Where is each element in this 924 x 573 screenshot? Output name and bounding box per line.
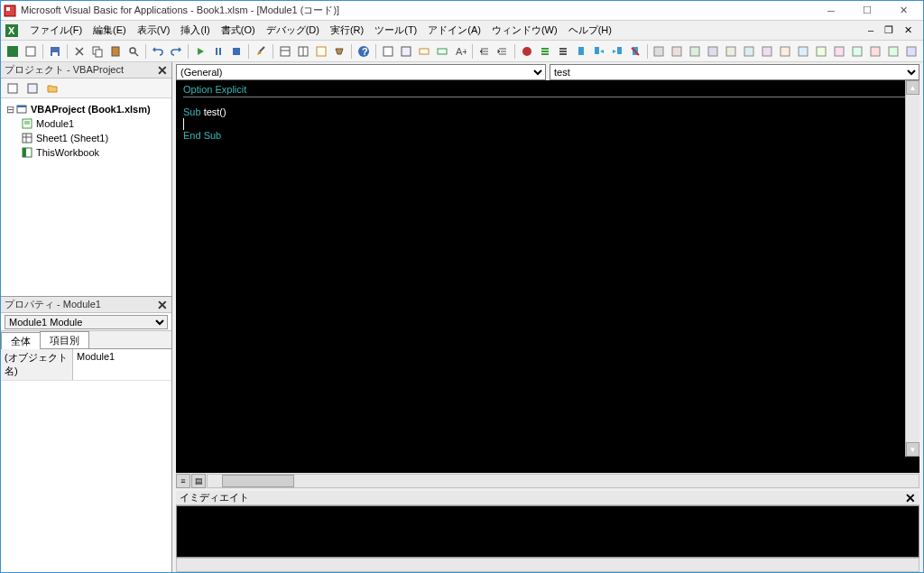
properties-grid[interactable]: (オブジェクト名) Module1	[1, 349, 171, 572]
svg-rect-24	[383, 47, 393, 56]
child-restore-button[interactable]: ❐	[881, 24, 897, 36]
properties-object-select[interactable]: Module1 Module	[1, 313, 171, 331]
tb-extra-11-icon[interactable]	[831, 43, 847, 60]
object-dropdown[interactable]: (General)	[176, 64, 546, 80]
tb-extra-15-icon[interactable]	[903, 43, 919, 60]
immediate-horizontal-scrollbar[interactable]	[176, 558, 919, 572]
tb-extra-8-icon[interactable]	[777, 43, 793, 60]
code-horizontal-scrollbar[interactable]	[207, 474, 919, 488]
run-icon[interactable]	[192, 43, 208, 60]
child-close-button[interactable]: ✕	[901, 24, 916, 36]
tb-extra-1-icon[interactable]	[651, 43, 668, 60]
code-editor[interactable]: Option Explicit Sub test() End Sub ▲ ▼	[176, 80, 919, 473]
save-icon[interactable]	[47, 43, 63, 60]
tree-module1[interactable]: Module1	[5, 116, 168, 131]
cut-icon[interactable]	[71, 43, 88, 60]
redo-icon[interactable]	[168, 43, 184, 60]
list-constants-icon[interactable]	[398, 43, 414, 60]
close-button[interactable]: ✕	[885, 2, 921, 20]
menu-view[interactable]: 表示(V)	[132, 22, 176, 39]
uncomment-icon[interactable]	[555, 43, 571, 60]
menu-addins[interactable]: アドイン(A)	[422, 22, 486, 39]
tab-categorized[interactable]: 項目別	[40, 331, 89, 348]
clear-bookmarks-icon[interactable]	[627, 43, 643, 60]
child-window-controls: – ❐ ✕	[864, 24, 919, 36]
view-excel-icon[interactable]	[5, 43, 21, 60]
tb-extra-7-icon[interactable]	[759, 43, 775, 60]
break-icon[interactable]	[210, 43, 226, 60]
next-bookmark-icon[interactable]	[591, 43, 607, 60]
bookmark-icon[interactable]	[573, 43, 589, 60]
tab-all[interactable]: 全体	[1, 332, 41, 349]
menu-tools[interactable]: ツール(T)	[369, 22, 422, 39]
tb-extra-12-icon[interactable]	[849, 43, 865, 60]
tb-extra-4-icon[interactable]	[705, 43, 721, 60]
copy-icon[interactable]	[89, 43, 106, 60]
tb-extra-6-icon[interactable]	[741, 43, 757, 60]
reset-icon[interactable]	[228, 43, 245, 60]
immediate-close-icon[interactable]: ✕	[905, 491, 916, 505]
collapse-icon[interactable]: ⊟	[5, 104, 15, 116]
tree-root[interactable]: ⊟ VBAProject (Book1.xlsm)	[5, 102, 168, 116]
breakpoint-icon[interactable]	[519, 43, 535, 60]
tb-extra-10-icon[interactable]	[813, 43, 829, 60]
help-icon[interactable]: ?	[356, 43, 372, 60]
maximize-button[interactable]: ☐	[849, 2, 885, 20]
immediate-window[interactable]	[176, 505, 919, 558]
complete-word-icon[interactable]: A+	[452, 43, 468, 60]
scroll-up-icon[interactable]: ▲	[906, 80, 919, 95]
menu-edit[interactable]: 編集(E)	[88, 22, 132, 39]
tb-extra-2-icon[interactable]	[669, 43, 685, 60]
tb-extra-13-icon[interactable]	[867, 43, 883, 60]
project-tree[interactable]: ⊟ VBAProject (Book1.xlsm) Module1 Sheet1…	[1, 98, 171, 297]
property-value[interactable]: Module1	[73, 349, 171, 380]
quick-info-icon[interactable]	[416, 43, 432, 60]
scroll-down-icon[interactable]: ▼	[906, 442, 919, 457]
tb-extra-5-icon[interactable]	[723, 43, 739, 60]
comment-icon[interactable]	[537, 43, 553, 60]
find-icon[interactable]	[125, 43, 142, 60]
view-code-icon[interactable]	[5, 80, 21, 97]
prev-bookmark-icon[interactable]	[609, 43, 625, 60]
scroll-thumb[interactable]	[222, 475, 294, 487]
toolbox-icon[interactable]	[331, 43, 347, 60]
object-browser-icon[interactable]	[313, 43, 329, 60]
outdent-icon[interactable]	[494, 43, 511, 60]
menu-insert[interactable]: 挿入(I)	[175, 22, 215, 39]
tb-extra-14-icon[interactable]	[885, 43, 901, 60]
full-module-view-icon[interactable]: ▤	[191, 474, 206, 488]
project-pane-close-icon[interactable]: ✕	[157, 63, 168, 78]
workbook-icon	[21, 146, 33, 159]
excel-icon[interactable]: X	[5, 23, 19, 38]
tree-sheet1[interactable]: Sheet1 (Sheet1)	[5, 131, 168, 145]
project-explorer-icon[interactable]	[277, 43, 293, 60]
menu-format[interactable]: 書式(O)	[216, 22, 261, 39]
minimize-button[interactable]: ─	[813, 2, 849, 20]
design-mode-icon[interactable]	[253, 43, 269, 60]
tb-extra-3-icon[interactable]	[687, 43, 703, 60]
procedure-view-icon[interactable]: ≡	[176, 474, 190, 488]
paste-icon[interactable]	[107, 43, 124, 60]
code-vertical-scrollbar[interactable]: ▲ ▼	[905, 80, 919, 457]
list-props-icon[interactable]	[380, 43, 396, 60]
properties-object-dropdown[interactable]: Module1 Module	[5, 315, 168, 329]
tree-thisworkbook[interactable]: ThisWorkbook	[5, 145, 168, 160]
menu-run[interactable]: 実行(R)	[325, 22, 369, 39]
properties-icon[interactable]	[295, 43, 311, 60]
folder-toggle-icon[interactable]	[44, 80, 60, 97]
child-minimize-button[interactable]: –	[864, 24, 877, 36]
menu-debug[interactable]: デバッグ(D)	[261, 22, 325, 39]
menu-help[interactable]: ヘルプ(H)	[563, 22, 617, 39]
menu-file[interactable]: ファイル(F)	[24, 22, 88, 39]
undo-icon[interactable]	[150, 43, 166, 60]
view-object-icon[interactable]	[24, 80, 41, 97]
svg-rect-7	[52, 52, 58, 56]
tb-extra-9-icon[interactable]	[795, 43, 811, 60]
property-row[interactable]: (オブジェクト名) Module1	[1, 349, 171, 381]
param-info-icon[interactable]	[434, 43, 450, 60]
properties-pane-close-icon[interactable]: ✕	[157, 298, 168, 312]
menu-window[interactable]: ウィンドウ(W)	[486, 22, 563, 39]
indent-icon[interactable]	[476, 43, 493, 60]
insert-module-icon[interactable]	[23, 43, 39, 60]
procedure-dropdown[interactable]: test	[550, 64, 919, 80]
